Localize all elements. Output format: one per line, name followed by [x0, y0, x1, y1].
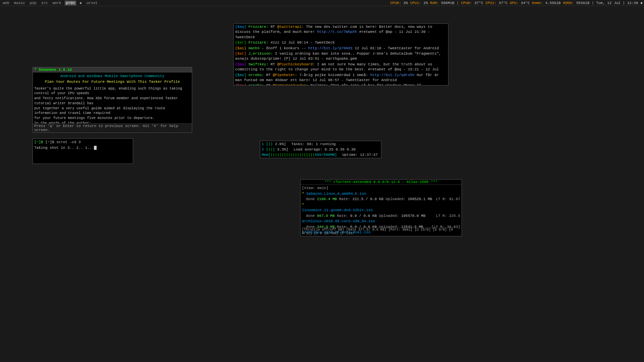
rtorrent-row-1-detail: done 2180.4 MB Rate: 221.5 / 0.0 KB Uplo… [302, 196, 460, 202]
irc-content[interactable]: [$aq] Frozzare: RT @twitterapi: The new … [234, 24, 448, 85]
terminal-content[interactable]: [~]$ [~]$ scrot -cd 3 Taking shot in 3..… [33, 139, 133, 151]
snownews-title: * Snownews 1.5.12 [34, 68, 72, 72]
htop-row3: Mem[||||||||||||||||||||585/598MB] Uptim… [262, 153, 380, 158]
htop-row4: Swp[0/0MB] [262, 158, 380, 158]
topbar-tabs: web music p2p irc work pr0n ◆ urxvt [1, 0, 99, 5]
rtorrent-row-4: archlinux-2010.05-core-x86_64.iso [302, 219, 460, 224]
irc-line: [$as] Hanh3 - Önoff i konkurs -- http://… [235, 46, 447, 51]
snownews-window: * Snownews 1.5.12 Android and Windows Mo… [33, 67, 192, 133]
rtorrent-row-5-detail: done 659.0 MB Rate: 0.0 / 0.0 KB Uploade… [302, 235, 460, 237]
htop-uptime: Uptime: 12:37:37 [342, 153, 378, 158]
terminal-prompt: [~]$ [~]$ scrot -cd 3 [34, 139, 131, 145]
irc-line: [$at] J_eriksson: I vanlig ordning kan m… [235, 51, 447, 62]
rtorrent-footer: [Throttle off/off KB] [Rate 377.5/ 0.6 K… [302, 227, 460, 235]
rtorrent-row-3: linuxmint-11-gnome-dvd-32bit.iso [302, 207, 460, 213]
snownews-source: Android and Windows Mobile Smartphone Co… [34, 74, 191, 79]
irc-line: [$aq] Frozzare: RT @twitterapi: The new … [235, 24, 447, 40]
htop-tasks: Tasks: 60; 1 running [291, 142, 336, 147]
snownews-heading: Plan Your Routes For Future Meetings Wit… [34, 79, 191, 84]
rtorrent-row-2: * [302, 202, 460, 208]
htop-content[interactable]: 1 [|] 2.0%] Tasks: 60; 1 running 2 [||] … [260, 141, 381, 158]
tab-music[interactable]: music [13, 1, 26, 5]
snownews-footer: Press 'q' or Enter to return to previous… [33, 123, 192, 132]
tab-diamond[interactable]: ◆ [78, 0, 83, 5]
rtorrent-titlebar: *** rTorrent-eXtended 0.8.6/0.12.6 - Atl… [301, 180, 462, 185]
irc-line: [$ar] Frozzare: #zzz 12 Jul 00:14 - Twee… [235, 40, 447, 45]
irc-line: [$av] orrebo: RT @PIpnheter: 7-årig pojk… [235, 73, 447, 83]
htop-row1: 1 [|] 2.0%] Tasks: 60; 1 running [262, 142, 380, 147]
topbar-status: CPU0: 3% CPU1: 2% RAM: 586MiB | CPU0: 37… [390, 1, 643, 5]
snownews-titlebar: * Snownews 1.5.12 [33, 67, 192, 72]
rtorrent-row-1: * Sabayon_Linux_6_amd64_K.iso [302, 191, 460, 197]
tab-web[interactable]: web [1, 1, 11, 5]
tab-irc[interactable]: irc [40, 1, 49, 5]
topbar: web music p2p irc work pr0n ◆ urxvt CPU0… [0, 0, 644, 6]
irc-window: [$aq] Frozzare: RT @twitterapi: The new … [233, 23, 448, 85]
htop-window: 1 [|] 2.0%] Tasks: 60; 1 running 2 [||] … [260, 141, 381, 158]
tab-urxvt[interactable]: urxvt [85, 1, 99, 5]
terminal-window[interactable]: [~]$ [~]$ scrot -cd 3 Taking shot in 3..… [33, 138, 133, 164]
htop-cpu2: 2 [||] 3.3%] [262, 147, 288, 153]
rtorrent-view: [View: main] [302, 185, 460, 191]
tab-work[interactable]: work [51, 1, 62, 5]
htop-row2: 2 [||] 3.3%] Load average: 0.25 0.36 0.3… [262, 147, 380, 153]
tab-p2p[interactable]: p2p [29, 1, 38, 5]
cpu-status: CPU0: 3% CPU1: 2% RAM: 586MiB | CPU0: 37… [390, 1, 643, 5]
terminal-cursor [94, 146, 97, 150]
htop-mem: Mem[||||||||||||||||||||585/598MB] [262, 153, 337, 158]
tab-pr0n[interactable]: pr0n [65, 1, 76, 5]
irc-line: [$aw] orrebo: RT @ComputerSweden: Ballme… [235, 83, 447, 85]
rtorrent-row-3-detail: done 867.0 MB Rate: 0.0 / 0.0 KB Uploade… [302, 213, 460, 219]
htop-cpu1: 1 [|] 2.0%] [262, 142, 286, 147]
irc-line: [$au] Swiftkey: RT @Psychickeyboard: I a… [235, 62, 447, 72]
rtorrent-window: *** rTorrent-eXtended 0.8.6/0.12.6 - Atl… [300, 179, 462, 236]
htop-load: Load average: 0.25 0.36 0.39 [293, 147, 356, 153]
terminal-output: Taking shot in 3.. 2.. 1.. [34, 145, 131, 151]
